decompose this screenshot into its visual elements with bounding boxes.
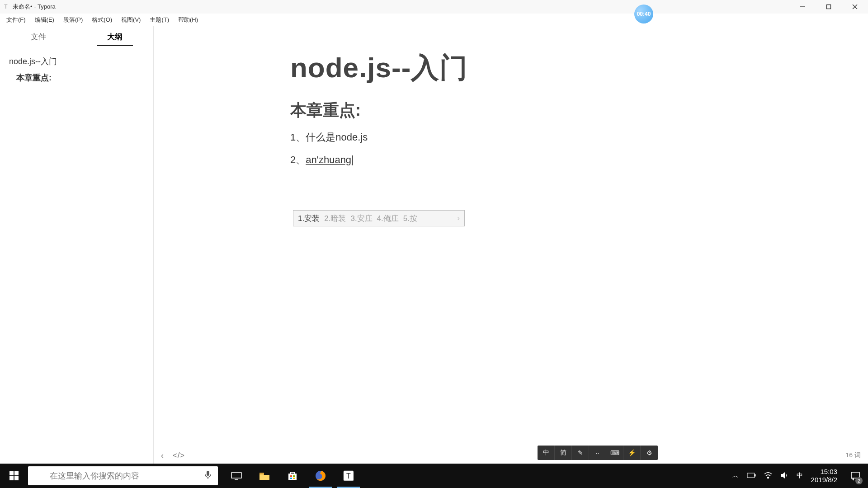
editor-statusbar: ‹ </> 16 词 — [154, 447, 868, 464]
search-placeholder: 在这里输入你搜索的内容 — [50, 470, 139, 481]
taskbar-search[interactable]: 在这里输入你搜索的内容 — [28, 466, 218, 485]
titlebar: T 未命名• - Typora — [0, 0, 868, 14]
doc-line-2[interactable]: 2、an'zhuang — [290, 153, 868, 167]
store-icon[interactable] — [278, 464, 307, 488]
minimize-button[interactable] — [789, 0, 816, 14]
app-icon: T — [2, 3, 10, 11]
svg-text:T: T — [346, 472, 351, 480]
taskbar-apps: T — [222, 464, 363, 488]
menu-format[interactable]: 格式(O) — [87, 14, 117, 25]
text-cursor — [352, 155, 353, 165]
menu-theme[interactable]: 主题(T) — [145, 14, 174, 25]
ime-candidate-2[interactable]: 2.暗装 — [324, 213, 346, 224]
window-title: 未命名• - Typora — [13, 3, 56, 11]
cortana-icon — [36, 471, 45, 480]
ime-candidate-window[interactable]: 1.安装 2.暗装 3.安庄 4.俺庄 5.按 › — [293, 210, 465, 226]
svg-point-23 — [767, 477, 769, 478]
sidebar-tabs: 文件 大纲 — [0, 26, 153, 47]
svg-rect-1 — [827, 5, 831, 9]
word-count: 16 词 — [846, 451, 861, 460]
start-button[interactable] — [0, 464, 28, 488]
notification-badge: 2 — [855, 477, 863, 484]
svg-rect-16 — [290, 478, 292, 479]
firefox-icon[interactable] — [307, 464, 335, 488]
svg-rect-17 — [293, 478, 295, 479]
svg-rect-4 — [9, 471, 14, 475]
taskview-icon[interactable] — [222, 464, 250, 488]
svg-rect-21 — [747, 473, 755, 478]
tab-files[interactable]: 文件 — [0, 26, 77, 47]
status-source-icon[interactable]: </> — [173, 451, 184, 460]
ime-more-icon[interactable]: › — [457, 214, 460, 223]
tray-clock[interactable]: 15:03 2019/8/2 — [811, 468, 837, 484]
maximize-button[interactable] — [816, 0, 842, 14]
svg-rect-14 — [290, 475, 292, 477]
outline-item-h1[interactable]: node.js--入门 — [9, 53, 149, 70]
ime-candidate-1[interactable]: 1.安装 — [298, 213, 320, 224]
menu-help[interactable]: 帮助(H) — [174, 14, 203, 25]
recorder-timer-badge[interactable]: 00:40 — [634, 5, 653, 23]
tray-volume-icon[interactable] — [780, 472, 788, 480]
editor-area[interactable]: node.js--入门 本章重点: 1、什么是node.js 2、an'zhua… — [154, 26, 868, 464]
typora-taskbar-icon[interactable]: T — [335, 464, 363, 488]
status-back-icon[interactable]: ‹ — [161, 451, 164, 460]
doc-line-1[interactable]: 1、什么是node.js — [290, 131, 868, 144]
close-button[interactable] — [842, 0, 868, 14]
ime-composition: an'zhuang — [306, 154, 351, 165]
main-container: 文件 大纲 node.js--入门 本章重点: node.js--入门 本章重点… — [0, 26, 868, 464]
svg-rect-12 — [259, 473, 264, 474]
window-controls — [789, 0, 868, 14]
tab-outline[interactable]: 大纲 — [77, 26, 154, 47]
outline-panel: node.js--入门 本章重点: — [0, 47, 153, 86]
explorer-icon[interactable] — [250, 464, 278, 488]
doc-h1[interactable]: node.js--入门 — [290, 49, 868, 87]
tray-ime[interactable]: 中 — [797, 472, 803, 480]
notification-icon[interactable]: 2 — [845, 464, 865, 488]
svg-rect-6 — [9, 476, 14, 480]
svg-rect-15 — [293, 475, 295, 477]
svg-rect-5 — [14, 471, 19, 475]
svg-rect-7 — [14, 476, 19, 480]
tray-battery-icon[interactable] — [747, 472, 756, 479]
tray-chevron-icon[interactable]: ︿ — [732, 472, 739, 480]
menu-file[interactable]: 文件(F) — [2, 14, 30, 25]
svg-rect-13 — [288, 474, 297, 480]
svg-rect-8 — [207, 471, 209, 476]
doc-h2[interactable]: 本章重点: — [290, 99, 868, 122]
svg-rect-10 — [231, 473, 241, 478]
menubar: 文件(F) 编辑(E) 段落(P) 格式(O) 视图(V) 主题(T) 帮助(H… — [0, 14, 868, 26]
ime-candidate-3[interactable]: 3.安庄 — [350, 213, 372, 224]
menu-edit[interactable]: 编辑(E) — [30, 14, 59, 25]
ime-candidate-5[interactable]: 5.按 — [403, 213, 417, 224]
menu-view[interactable]: 视图(V) — [117, 14, 145, 25]
taskbar: 在这里输入你搜索的内容 T ︿ 中 15:03 2019/8/2 2 — [0, 464, 868, 488]
menu-para[interactable]: 段落(P) — [59, 14, 87, 25]
svg-rect-22 — [755, 474, 755, 476]
sidebar: 文件 大纲 node.js--入门 本章重点: — [0, 26, 154, 464]
system-tray: ︿ 中 15:03 2019/8/2 2 — [730, 464, 868, 488]
ime-candidate-4[interactable]: 4.俺庄 — [377, 213, 399, 224]
mic-icon[interactable] — [204, 470, 212, 482]
tray-wifi-icon[interactable] — [764, 472, 772, 480]
outline-item-h2[interactable]: 本章重点: — [9, 70, 149, 86]
